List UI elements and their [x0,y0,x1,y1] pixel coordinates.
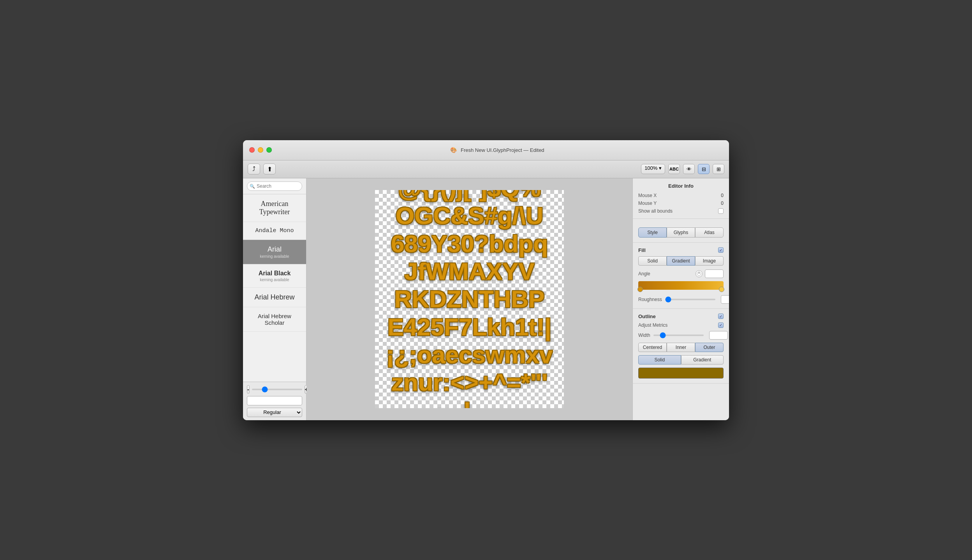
font-name-andale-mono: Andale Mono [248,227,301,234]
outline-type-tabs: Solid Gradient [638,355,724,365]
editor-info-title: Editor Info [638,183,724,189]
font-item-arial-black[interactable]: Arial Black kerning available [243,264,306,288]
view2-icon: ⊞ [717,166,721,172]
view2-button[interactable]: ⊞ [713,164,724,174]
arial-subtitle: kerning available [248,254,301,259]
angle-input[interactable]: 270 [705,269,724,278]
gradient-stop-left[interactable] [637,287,643,292]
adjust-metrics-label: Adjust Metrics [638,322,667,328]
arial-black-subtitle: kerning available [248,278,301,282]
minimize-button[interactable] [258,147,263,153]
outline-section: Outline ✓ Adjust Metrics ✓ Width 1.46 Ce… [633,309,729,384]
font-name-arial-hebrew-scholar: Arial Hebrew Scholar [248,313,301,326]
mouse-y-value: 0 [721,201,724,206]
mouse-x-row: Mouse X 0 [638,193,724,198]
tab-atlas[interactable]: Atlas [695,227,724,238]
font-name-american-typewriter: American Typewriter [248,200,301,216]
fill-gradient-tab[interactable]: Gradient [667,256,695,266]
outline-label: Outline [638,313,656,319]
angle-dial[interactable] [696,270,703,277]
font-item-andale-mono[interactable]: Andale Mono [243,222,306,240]
eye-button[interactable]: 👁 [683,164,695,174]
fill-header: Fill ✓ [638,247,724,253]
angle-row: Angle 270 [638,269,724,278]
fill-image-tab[interactable]: Image [695,256,724,266]
maximize-button[interactable] [266,147,272,153]
main-window: 🎨 Fresh New UI.GlyphProject — Edited ⤴ ⬆… [243,140,729,420]
outline-checkbox[interactable]: ✓ [718,313,724,319]
outline-header: Outline ✓ [638,313,724,319]
fill-label: Fill [638,247,646,253]
zoom-control: 100% ▾ [641,164,665,174]
upload-button[interactable]: ⤴ [248,164,260,174]
upload-icon: ⤴ [252,166,255,173]
color-swatch[interactable] [638,368,724,379]
mouse-x-label: Mouse X [638,193,657,198]
width-input[interactable]: 1.46 [709,331,728,340]
fill-solid-tab[interactable]: Solid [638,256,667,266]
outline-solid-tab[interactable]: Solid [638,355,681,365]
centered-tab[interactable]: Centered [638,343,667,352]
traffic-lights [249,147,272,153]
view1-icon: ⊟ [702,166,706,172]
tab-style[interactable]: Style [638,227,667,238]
font-name-arial: Arial [248,245,301,254]
font-name-arial-black: Arial Black [248,270,301,277]
fill-checkbox[interactable]: ✓ [718,247,724,253]
inner-tab[interactable]: Inner [667,343,695,352]
search-wrapper: 🔍 [247,181,302,191]
window-title: 🎨 Fresh New UI.GlyphProject — Edited [272,147,723,153]
gradient-bar [638,281,724,290]
eye-icon: 👁 [687,166,692,172]
canvas-area[interactable]: @{}()j[ˆ]$Q% OGC&S#g/\U 689Y30?bdpq JfWM… [306,178,632,420]
width-slider[interactable] [653,335,704,336]
show-all-bounds-row: Show all bounds [638,208,724,214]
abc-icon: ABC [669,167,679,171]
size-decrease-button[interactable]: - [247,385,250,394]
view1-button[interactable]: ⊟ [698,164,710,174]
roughness-slider[interactable] [665,299,715,300]
abc-button[interactable]: ABC [668,164,680,174]
mouse-y-row: Mouse Y 0 [638,201,724,206]
width-row: Width 1.46 [638,331,724,340]
size-input[interactable]: 64 [247,396,302,405]
sidebar: 🔍 American Typewriter Andale Mono Arial … [243,178,306,420]
adjust-metrics-row: Adjust Metrics ✓ [638,322,724,328]
right-panel: Editor Info Mouse X 0 Mouse Y 0 Show all… [632,178,729,420]
share-icon: ⬆ [267,166,272,173]
font-item-arial-hebrew-scholar[interactable]: Arial Hebrew Scholar [243,307,306,332]
position-tabs: Centered Inner Outer [638,343,724,352]
fill-type-tabs: Solid Gradient Image [638,256,724,266]
panel-tabs-section: Style Glyphs Atlas [633,219,729,243]
tab-glyphs[interactable]: Glyphs [667,227,695,238]
glyph-text: @{}()j[ˆ]$Q% OGC&S#g/\U 689Y30?bdpq JfWM… [382,190,556,408]
roughness-input[interactable]: 0 [721,295,729,304]
titlebar: 🎨 Fresh New UI.GlyphProject — Edited [243,140,729,160]
style-select[interactable]: Regular [247,408,302,417]
close-button[interactable] [249,147,255,153]
share-button[interactable]: ⬆ [263,164,276,174]
search-input[interactable] [247,181,302,191]
adjust-metrics-checkbox[interactable]: ✓ [718,322,724,328]
outer-tab[interactable]: Outer [695,343,724,352]
font-name-arial-hebrew: Arial Hebrew [248,293,301,301]
zoom-dropdown[interactable]: 100% ▾ [641,164,665,174]
glyph-preview: @{}()j[ˆ]$Q% OGC&S#g/\U 689Y30?bdpq JfWM… [375,190,564,408]
app-logo-icon: 🎨 [450,147,457,153]
font-item-arial-hebrew[interactable]: Arial Hebrew [243,288,306,307]
font-item-arial[interactable]: Arial kerning available [243,240,306,264]
editor-info-section: Editor Info Mouse X 0 Mouse Y 0 Show all… [633,178,729,219]
outline-gradient-tab[interactable]: Gradient [681,355,724,365]
font-item-american-typewriter[interactable]: American Typewriter [243,194,306,222]
show-all-bounds-checkbox[interactable] [718,208,724,214]
font-controls: - + 64 Regular [243,382,306,420]
gradient-stop-right[interactable] [719,287,724,292]
main-content: 🔍 American Typewriter Andale Mono Arial … [243,178,729,420]
mouse-y-label: Mouse Y [638,201,657,206]
roughness-label: Roughness [638,297,662,302]
fill-section: Fill ✓ Solid Gradient Image Angle 270 [633,243,729,309]
size-control: - + [247,385,302,394]
font-list: American Typewriter Andale Mono Arial ke… [243,194,306,382]
size-slider[interactable] [252,389,302,390]
angle-label: Angle [638,271,650,276]
